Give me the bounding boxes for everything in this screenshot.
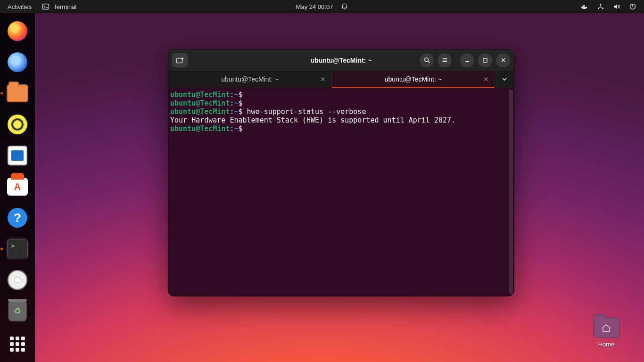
dock-app-trash[interactable] [6, 300, 29, 322]
dock-app-software[interactable] [6, 175, 29, 198]
desktop-home-label: Home [598, 341, 615, 348]
terminal-tab-label: ubuntu@TecMint: ~ [221, 75, 278, 83]
volume-icon[interactable] [613, 3, 620, 10]
trash-icon [8, 301, 27, 321]
dock: ? >_ [0, 13, 35, 362]
titlebar[interactable]: ubuntu@TecMint: ~ [168, 49, 514, 71]
svg-point-11 [424, 58, 428, 62]
terminal-icon [42, 3, 50, 10]
svg-rect-3 [584, 6, 585, 7]
svg-rect-1 [582, 6, 583, 7]
activities-button[interactable]: Activities [8, 3, 32, 10]
app-menu[interactable]: Terminal [42, 3, 76, 10]
top-bar: Activities Terminal May 24 00:07 [0, 0, 644, 13]
dock-app-files[interactable] [6, 82, 29, 105]
help-icon: ? [8, 208, 27, 228]
svg-rect-0 [43, 4, 49, 9]
terminal-window: ubuntu@TecMint: ~ ubuntu@TecMint: ~ [168, 49, 514, 296]
firefox-icon [8, 21, 27, 41]
dock-app-disc[interactable] [6, 269, 29, 291]
tab-close-icon[interactable]: ✕ [320, 75, 326, 83]
folder-icon [593, 317, 619, 338]
svg-rect-12 [483, 58, 487, 62]
show-applications-button[interactable] [6, 333, 29, 355]
terminal-app-icon: >_ [7, 239, 28, 258]
dock-app-help[interactable]: ? [6, 206, 29, 229]
new-tab-button[interactable] [172, 53, 188, 67]
terminal-content[interactable]: ubuntu@TecMint:~$ ubuntu@TecMint:~$ ubun… [168, 88, 514, 296]
dock-app-rhythmbox[interactable] [6, 113, 29, 136]
svg-point-6 [600, 3, 601, 5]
clock[interactable]: May 24 00:07 [296, 3, 333, 10]
thunderbird-icon [8, 52, 27, 72]
network-icon[interactable] [597, 3, 604, 10]
app-menu-label: Terminal [53, 3, 76, 10]
hamburger-menu-button[interactable] [438, 53, 452, 67]
maximize-button[interactable] [478, 53, 492, 67]
disc-icon [8, 270, 27, 290]
dock-app-terminal[interactable]: >_ [6, 238, 29, 260]
terminal-line: ubuntu@TecMint:~$ [170, 124, 509, 133]
software-icon [7, 178, 28, 196]
svg-rect-4 [583, 5, 584, 6]
files-icon [7, 84, 28, 102]
terminal-scrollbar[interactable] [509, 90, 513, 294]
terminal-line: Your Hardware Enablement Stack (HWE) is … [170, 116, 509, 124]
dock-app-writer[interactable] [6, 144, 29, 167]
terminal-line: ubuntu@TecMint:~$ [170, 90, 509, 99]
writer-icon [8, 146, 27, 165]
close-button[interactable] [496, 53, 510, 67]
search-button[interactable] [420, 53, 434, 67]
terminal-line: ubuntu@TecMint:~$ [170, 99, 509, 107]
power-icon[interactable] [629, 3, 636, 10]
dock-app-firefox[interactable] [6, 20, 29, 42]
tab-close-icon[interactable]: ✕ [483, 75, 489, 83]
desktop-home-folder[interactable]: Home [587, 317, 625, 348]
notification-bell-icon[interactable] [340, 3, 348, 10]
terminal-tab-bar: ubuntu@TecMint: ~ ✕ ubuntu@TecMint: ~ ✕ [168, 71, 514, 88]
rhythmbox-icon [8, 115, 27, 134]
terminal-tab-2[interactable]: ubuntu@TecMint: ~ ✕ [332, 71, 495, 88]
terminal-tab-label: ubuntu@TecMint: ~ [385, 75, 442, 83]
terminal-tab-1[interactable]: ubuntu@TecMint: ~ ✕ [168, 71, 332, 88]
tab-overflow-button[interactable] [495, 71, 514, 88]
docker-tray-icon[interactable] [581, 3, 588, 10]
svg-rect-2 [583, 6, 584, 7]
terminal-line: ubuntu@TecMint:~$ hwe-support-status --v… [170, 107, 509, 116]
dock-app-thunderbird[interactable] [6, 51, 29, 74]
minimize-button[interactable] [460, 53, 474, 67]
svg-rect-5 [584, 5, 585, 6]
